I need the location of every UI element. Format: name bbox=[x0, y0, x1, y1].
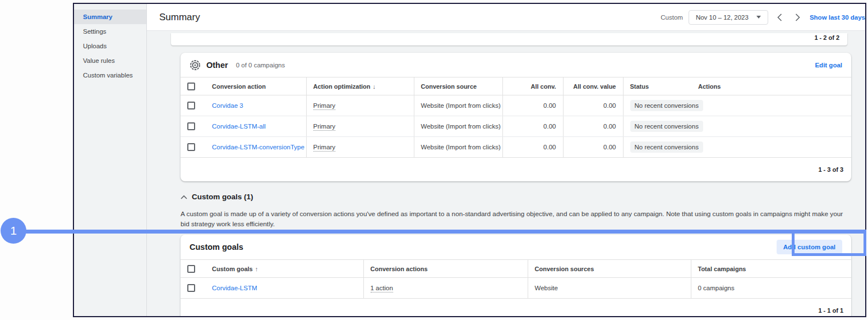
conversion-actions-table: Conversion action Action optimization↓ C… bbox=[181, 77, 851, 158]
conversion-sources-cell: Website bbox=[528, 278, 691, 299]
row-checkbox[interactable] bbox=[187, 102, 195, 109]
sidebar-item-value-rules[interactable]: Value rules bbox=[74, 53, 146, 68]
status-cell: No recent conversions bbox=[623, 116, 851, 137]
pagination-custom-goals: 1 - 1 of 1 bbox=[818, 307, 843, 314]
action-optimization-cell: Primary bbox=[306, 137, 414, 158]
all-conv-value-cell: 0.00 bbox=[563, 137, 623, 158]
sidebar-item-summary[interactable]: Summary bbox=[74, 10, 146, 24]
conversion-action-link[interactable]: Corvidae 3 bbox=[205, 95, 306, 116]
custom-goals-section-toggle[interactable]: Custom goals (1) bbox=[181, 191, 851, 202]
other-goal-card: Other 0 of 0 campaigns Edit goal Con bbox=[181, 53, 851, 181]
conversion-action-link[interactable]: Corvidae-LSTM-all bbox=[205, 116, 306, 137]
custom-goals-description: A custom goal is made up of a variety of… bbox=[181, 209, 851, 229]
date-controls: Custom Nov 10 – 12, 2023 Show last 30 da… bbox=[661, 10, 865, 25]
col-conversion-action[interactable]: Conversion action bbox=[205, 77, 306, 95]
row-checkbox[interactable] bbox=[187, 284, 195, 292]
screenshot-canvas: Summary Settings Uploads Value rules Cus… bbox=[0, 0, 868, 320]
table-row: Corvidae-LSTM-conversionType Primary Web… bbox=[181, 137, 851, 158]
date-range-value: Nov 10 – 12, 2023 bbox=[696, 14, 749, 21]
chevron-up-icon bbox=[181, 191, 187, 202]
custom-goals-card-header: Custom goals Add custom goal bbox=[181, 235, 851, 259]
pagination-other-table: 1 - 3 of 3 bbox=[818, 166, 843, 173]
total-campaigns-cell: 0 campaigns bbox=[691, 278, 851, 299]
col-conversion-source[interactable]: Conversion source bbox=[414, 77, 502, 95]
content-area: 1 - 2 of 2 Other 0 of 0 campaigns bbox=[147, 31, 865, 316]
col-all-conv[interactable]: All conv. bbox=[502, 77, 563, 95]
table-row: Corvidae-LSTM-all Primary Website (Impor… bbox=[181, 116, 851, 137]
date-range-dropdown[interactable]: Nov 10 – 12, 2023 bbox=[689, 10, 768, 25]
row-checkbox[interactable] bbox=[187, 122, 195, 130]
col-all-conv-value[interactable]: All conv. value bbox=[563, 77, 623, 95]
select-all-checkbox[interactable] bbox=[187, 83, 195, 90]
status-cell: No recent conversions bbox=[623, 137, 851, 158]
sort-descending-icon: ↓ bbox=[373, 83, 376, 90]
page-header: Summary Custom Nov 10 – 12, 2023 Show la… bbox=[147, 4, 865, 31]
previous-card-bottom: 1 - 2 of 2 bbox=[171, 33, 847, 45]
select-all-checkbox[interactable] bbox=[187, 265, 195, 273]
custom-goals-heading: Custom goals (1) bbox=[192, 193, 253, 201]
all-conv-cell: 0.00 bbox=[502, 116, 563, 137]
all-conv-value-cell: 0.00 bbox=[563, 116, 623, 137]
status-cell: No recent conversions bbox=[623, 95, 851, 116]
col-action-optimization[interactable]: Action optimization↓ bbox=[306, 77, 414, 95]
sidebar-item-settings[interactable]: Settings bbox=[74, 24, 146, 39]
col-conversion-sources[interactable]: Conversion sources bbox=[528, 260, 691, 278]
goal-bullseye-icon bbox=[190, 60, 201, 71]
custom-goals-card: Custom goals Add custom goal Custom goal… bbox=[181, 235, 851, 316]
table-row: Corvidae 3 Primary Website (Import from … bbox=[181, 95, 851, 116]
sidebar-item-uploads[interactable]: Uploads bbox=[74, 39, 146, 53]
col-actions: Actions bbox=[691, 77, 851, 95]
other-card-header: Other 0 of 0 campaigns Edit goal bbox=[181, 53, 851, 77]
status-badge: No recent conversions bbox=[630, 121, 703, 132]
all-conv-cell: 0.00 bbox=[502, 95, 563, 116]
conversion-source-cell: Website (Import from clicks) bbox=[414, 116, 502, 137]
custom-goals-table: Custom goals↑ Conversion actions Convers… bbox=[181, 259, 851, 299]
custom-goals-card-footer: 1 - 1 of 1 bbox=[181, 299, 851, 316]
all-conv-cell: 0.00 bbox=[502, 137, 563, 158]
conversion-source-cell: Website (Import from clicks) bbox=[414, 95, 502, 116]
col-status[interactable]: Status bbox=[623, 77, 691, 95]
sort-ascending-icon: ↑ bbox=[255, 266, 258, 272]
all-conv-value-cell: 0.00 bbox=[563, 95, 623, 116]
sidebar-item-custom-variables[interactable]: Custom variables bbox=[74, 68, 146, 83]
edit-goal-link[interactable]: Edit goal bbox=[815, 62, 842, 68]
date-mode-label: Custom bbox=[661, 14, 683, 21]
annotation-highlight-box bbox=[792, 230, 866, 256]
action-optimization-cell: Primary bbox=[306, 95, 414, 116]
next-period-button[interactable] bbox=[792, 11, 804, 24]
table-header-row: Custom goals↑ Conversion actions Convers… bbox=[181, 260, 851, 278]
caret-down-icon bbox=[756, 16, 761, 19]
table-row: Corvidae-LSTM 1 action Website 0 campaig… bbox=[181, 278, 851, 299]
status-badge: No recent conversions bbox=[630, 141, 703, 153]
col-custom-goals[interactable]: Custom goals↑ bbox=[205, 260, 363, 278]
previous-period-button[interactable] bbox=[774, 11, 786, 24]
pagination-top-card: 1 - 2 of 2 bbox=[814, 34, 839, 41]
col-conversion-actions[interactable]: Conversion actions bbox=[363, 260, 528, 278]
other-card-footer: 1 - 3 of 3 bbox=[181, 158, 851, 181]
annotation-connector-line bbox=[22, 230, 866, 234]
app-window: Summary Settings Uploads Value rules Cus… bbox=[73, 3, 866, 317]
main-area: Summary Custom Nov 10 – 12, 2023 Show la… bbox=[147, 4, 865, 316]
custom-goals-card-title: Custom goals bbox=[190, 243, 243, 252]
action-optimization-cell: Primary bbox=[306, 116, 414, 137]
conversion-source-cell: Website (Import from clicks) bbox=[414, 137, 502, 158]
col-total-campaigns[interactable]: Total campaigns bbox=[691, 260, 851, 278]
conversion-action-link[interactable]: Corvidae-LSTM-conversionType bbox=[205, 137, 306, 158]
annotation-step-marker: 1 bbox=[1, 218, 26, 244]
show-last-30-days-link[interactable]: Show last 30 days bbox=[810, 14, 865, 21]
status-badge: No recent conversions bbox=[630, 100, 703, 111]
conversion-actions-cell: 1 action bbox=[363, 278, 528, 299]
page-title: Summary bbox=[159, 12, 200, 23]
annotation-step-number: 1 bbox=[10, 224, 17, 237]
table-header-row: Conversion action Action optimization↓ C… bbox=[181, 77, 851, 95]
custom-goal-link[interactable]: Corvidae-LSTM bbox=[205, 278, 363, 299]
row-checkbox[interactable] bbox=[187, 143, 195, 151]
sidebar: Summary Settings Uploads Value rules Cus… bbox=[74, 4, 147, 316]
other-card-title: Other bbox=[206, 61, 228, 70]
other-card-subtitle: 0 of 0 campaigns bbox=[236, 62, 285, 68]
